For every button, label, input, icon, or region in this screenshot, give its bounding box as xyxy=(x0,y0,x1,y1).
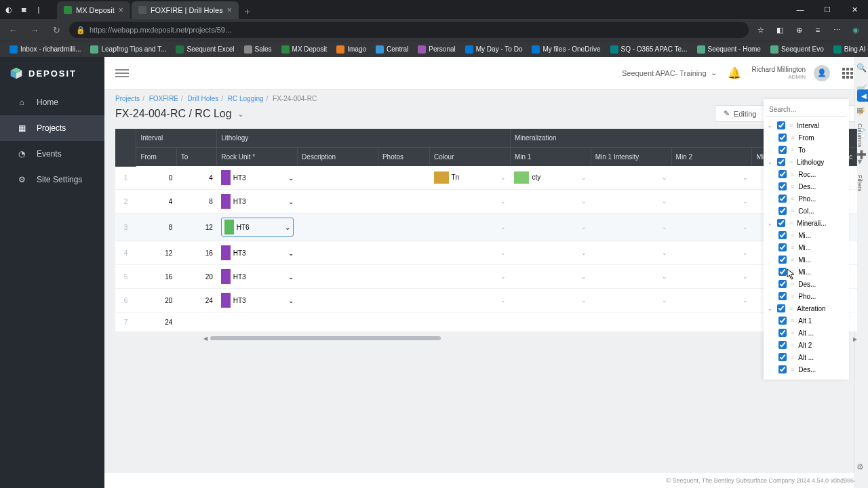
cell-to[interactable]: 12 xyxy=(176,214,216,241)
cell-from[interactable]: 4 xyxy=(136,190,176,214)
column-checkbox[interactable] xyxy=(778,170,787,178)
workspace-icon[interactable]: ◙ xyxy=(19,5,28,14)
column-item[interactable]: ≡To xyxy=(766,144,846,156)
cell-min1[interactable] xyxy=(510,312,591,332)
cell-rock[interactable]: HT3⌄ xyxy=(217,190,298,214)
column-checkbox[interactable] xyxy=(778,134,787,142)
rail-icon[interactable]: 🔍 xyxy=(856,62,867,73)
ext-icon[interactable]: ☆ xyxy=(753,22,769,38)
bookmark-item[interactable]: Seequent - Home xyxy=(693,44,765,55)
cell-from[interactable]: 8 xyxy=(136,214,176,241)
bookmark-item[interactable]: Bing AI - Search xyxy=(829,44,868,55)
column-item[interactable]: ≡Pho... xyxy=(766,290,846,302)
cell-rock[interactable]: HT3⌄ xyxy=(217,166,298,190)
column-checkbox[interactable] xyxy=(778,243,787,251)
cell-desc[interactable] xyxy=(298,289,378,312)
column-item[interactable]: ≡Des... xyxy=(766,363,846,375)
column-checkbox[interactable] xyxy=(778,146,787,154)
col-min1int[interactable]: Min 1 Intensity xyxy=(591,148,671,167)
column-checkbox[interactable] xyxy=(778,182,787,190)
column-group[interactable]: ⌄≡Alteration xyxy=(766,302,846,314)
column-item[interactable]: ≡Roc... xyxy=(766,168,846,180)
breadcrumb-link[interactable]: Drill Holes xyxy=(188,95,219,102)
cell-min1int[interactable]: ⌄ xyxy=(591,289,671,312)
new-tab-button[interactable]: + xyxy=(240,4,255,19)
cell-desc[interactable] xyxy=(298,312,378,332)
column-group[interactable]: ⌄≡Minerali... xyxy=(766,217,846,229)
bookmark-item[interactable]: MX Deposit xyxy=(277,44,332,55)
cell-to[interactable]: 24 xyxy=(176,289,216,312)
cell-to[interactable]: 8 xyxy=(176,190,216,214)
ext-icon[interactable]: ◧ xyxy=(772,22,788,38)
settings-icon[interactable]: ⚙ xyxy=(856,462,864,472)
cell-rock[interactable]: HT6⌄ xyxy=(217,214,298,241)
profile-icon[interactable]: ◐ xyxy=(4,5,14,14)
breadcrumb-link[interactable]: RC Logging xyxy=(228,95,264,102)
back-button[interactable]: ← xyxy=(4,21,22,39)
close-icon[interactable]: × xyxy=(227,5,232,15)
column-checkbox[interactable] xyxy=(778,292,787,300)
reload-button[interactable]: ↻ xyxy=(47,21,65,39)
cell-desc[interactable] xyxy=(298,214,378,241)
bookmark-item[interactable]: My Day - To Do xyxy=(461,44,527,55)
column-checkbox[interactable] xyxy=(778,268,787,276)
cell-colour[interactable]: Tn⌄ xyxy=(430,166,511,190)
breadcrumb-link[interactable]: FOXFIRE xyxy=(149,95,178,102)
column-group[interactable]: ⌄≡Interval xyxy=(766,119,846,131)
column-item[interactable]: ≡Mi... xyxy=(766,241,846,253)
cell-min1[interactable]: ⌄ xyxy=(510,214,591,241)
address-bar[interactable]: 🔒 https://webapp.mxdeposit.net/projects/… xyxy=(69,22,749,38)
table-row[interactable]: 51620HT3⌄⌄⌄⌄⌄⌄ xyxy=(115,265,857,289)
columns-tab[interactable]: Columns xyxy=(856,119,863,152)
cell-from[interactable]: 0 xyxy=(136,166,176,190)
scroll-right-icon[interactable]: ▶ xyxy=(853,336,857,342)
cell-min2[interactable]: ⌄ xyxy=(671,241,752,265)
close-window-button[interactable]: ✕ xyxy=(841,0,868,19)
cell-photos[interactable] xyxy=(378,241,429,265)
cell-rock[interactable]: HT3⌄ xyxy=(217,265,298,289)
cell-rock[interactable]: HT3⌄ xyxy=(217,241,298,265)
editing-button[interactable]: ✎ Editing xyxy=(715,105,766,122)
cell-min2[interactable]: ⌄ xyxy=(671,289,752,312)
cell-min1[interactable]: ⌄ xyxy=(510,289,591,312)
cell-colour[interactable]: ⌄ xyxy=(430,214,511,241)
hamburger-icon[interactable] xyxy=(115,66,129,80)
bookmark-item[interactable]: Leapfrog Tips and T... xyxy=(86,44,170,55)
sidebar-item-events[interactable]: ◔ Events xyxy=(0,141,104,167)
filters-toggle-icon[interactable]: ▼ xyxy=(853,155,867,168)
cell-min1int[interactable]: ⌄ xyxy=(591,265,671,289)
sidebar-item-projects[interactable]: ▦ Projects xyxy=(0,115,104,141)
columns-toggle-icon[interactable]: ▦ xyxy=(853,103,867,117)
cell-min2[interactable]: ⌄ xyxy=(671,190,752,214)
column-checkbox[interactable] xyxy=(778,280,787,288)
ext-icon[interactable]: ≡ xyxy=(810,22,826,38)
cell-desc[interactable] xyxy=(298,241,378,265)
column-item[interactable]: ≡Alt ... xyxy=(766,327,846,339)
group-checkbox[interactable] xyxy=(777,304,785,312)
cell-photos[interactable] xyxy=(378,289,429,312)
column-checkbox[interactable] xyxy=(778,341,787,349)
column-checkbox[interactable] xyxy=(778,195,787,203)
column-checkbox[interactable] xyxy=(778,329,787,337)
column-item[interactable]: ≡Col... xyxy=(766,205,846,217)
cell-colour[interactable]: ⌄ xyxy=(430,289,511,312)
filters-tab[interactable]: Filters xyxy=(856,171,863,196)
cell-desc[interactable] xyxy=(298,166,378,190)
cell-desc[interactable] xyxy=(298,190,378,214)
browser-tab-foxfire[interactable]: FOXFIRE | Drill Holes × xyxy=(132,1,239,19)
cell-min1int[interactable]: ⌄ xyxy=(591,166,671,190)
column-checkbox[interactable] xyxy=(778,231,787,239)
column-item[interactable]: ≡From xyxy=(766,131,846,144)
column-checkbox[interactable] xyxy=(778,256,787,264)
cell-min2[interactable] xyxy=(671,312,752,332)
column-item[interactable]: ≡Alt ... xyxy=(766,351,846,363)
cell-min2[interactable]: ⌄ xyxy=(671,166,752,190)
avatar[interactable]: 👤 xyxy=(814,65,830,81)
col-photos[interactable]: Photos xyxy=(378,148,429,167)
cell-min1int[interactable]: ⌄ xyxy=(591,190,671,214)
column-item[interactable]: ≡Mi... xyxy=(766,253,846,266)
bookmark-item[interactable]: My files - OneDrive xyxy=(528,44,604,55)
table-row[interactable]: 248HT3⌄⌄⌄⌄⌄⌄ xyxy=(115,190,857,214)
column-item[interactable]: ≡Mi... xyxy=(766,229,846,241)
col-colour[interactable]: Colour xyxy=(430,148,511,167)
